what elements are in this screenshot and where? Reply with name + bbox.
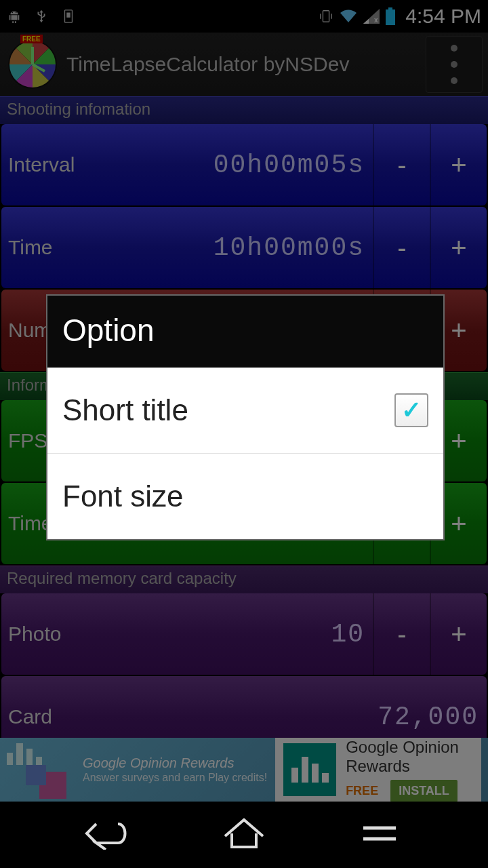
dialog-item-short-title[interactable]: Short title ✓ — [47, 368, 443, 454]
short-title-checkbox[interactable]: ✓ — [394, 393, 428, 427]
dialog-title: Option — [47, 296, 443, 368]
nav-home-button[interactable] — [220, 817, 268, 852]
option-dialog: Option Short title ✓ Font size — [46, 294, 445, 540]
short-title-label: Short title — [62, 393, 188, 427]
nav-back-button[interactable] — [84, 817, 133, 852]
nav-recent-button[interactable] — [355, 817, 404, 852]
font-size-label: Font size — [62, 479, 184, 513]
check-icon: ✓ — [401, 396, 422, 425]
navigation-bar — [0, 802, 488, 868]
dialog-item-font-size[interactable]: Font size — [47, 454, 443, 539]
